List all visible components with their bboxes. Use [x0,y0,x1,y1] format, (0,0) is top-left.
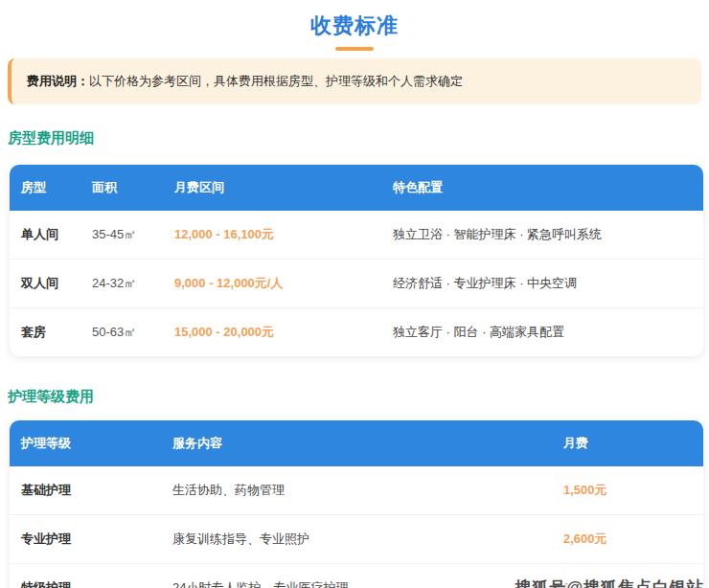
room-table-col-price: 月费区间 [174,179,393,196]
room-features: 独立卫浴 · 智能护理床 · 紧急呼叫系统 [393,226,703,243]
room-price: 12,000 - 16,100元 [174,226,393,243]
care-fee-table: 护理等级 服务内容 月费 基础护理 生活协助、药物管理 1,500元 专业护理 … [10,420,703,588]
title-underline [335,47,374,51]
sohu-watermark: 搜狐号@搜狐焦点白银站 [515,577,704,588]
room-table-col-area: 面积 [92,179,174,196]
care-section-heading: 护理等级费用 [8,388,709,406]
fee-notice-label: 费用说明： [27,74,89,88]
care-table-col-level: 护理等级 [21,435,172,452]
room-type: 双人间 [21,275,92,292]
fee-standards-page: 收费标准 费用说明：以下价格为参考区间，具体费用根据房型、护理等级和个人需求确定… [0,11,709,588]
room-table-col-type: 房型 [21,179,92,196]
page-title: 收费标准 [0,11,709,40]
room-price: 9,000 - 12,000元/人 [174,275,393,292]
room-area: 50-63㎡ [92,324,174,341]
table-row: 基础护理 生活协助、药物管理 1,500元 [10,466,703,514]
table-row: 双人间 24-32㎡ 9,000 - 12,000元/人 经济舒适 · 专业护理… [10,259,703,307]
room-table-col-features: 特色配置 [393,179,703,196]
care-level: 特级护理 [21,579,172,588]
care-level: 基础护理 [21,482,172,499]
care-price: 2,600元 [563,531,703,548]
room-area: 35-45㎡ [92,226,174,243]
table-row: 套房 50-63㎡ 15,000 - 20,000元 独立客厅 · 阳台 · 高… [10,307,703,356]
room-table-header-row: 房型 面积 月费区间 特色配置 [10,165,703,211]
care-table-col-service: 服务内容 [172,435,563,452]
care-service: 24小时专人监护、专业医疗护理 [172,579,563,588]
room-features: 经济舒适 · 专业护理床 · 中央空调 [393,275,703,292]
fee-notice-text: 以下价格为参考区间，具体费用根据房型、护理等级和个人需求确定 [89,74,463,88]
table-row: 专业护理 康复训练指导、专业照护 2,600元 [10,514,703,563]
care-table-col-price: 月费 [563,435,703,452]
fee-notice-box: 费用说明：以下价格为参考区间，具体费用根据房型、护理等级和个人需求确定 [8,58,701,104]
table-row: 单人间 35-45㎡ 12,000 - 16,100元 独立卫浴 · 智能护理床… [10,211,703,259]
room-fee-table: 房型 面积 月费区间 特色配置 单人间 35-45㎡ 12,000 - 16,1… [10,165,703,356]
room-features: 独立客厅 · 阳台 · 高端家具配置 [393,324,703,341]
room-section-heading: 房型费用明细 [8,129,709,147]
room-area: 24-32㎡ [92,275,174,292]
care-price: 1,500元 [563,482,703,499]
care-service: 康复训练指导、专业照护 [172,531,563,548]
room-type: 单人间 [21,226,92,243]
room-type: 套房 [21,324,92,341]
room-price: 15,000 - 20,000元 [174,324,393,341]
care-level: 专业护理 [21,531,172,548]
care-service: 生活协助、药物管理 [172,482,563,499]
care-table-header-row: 护理等级 服务内容 月费 [10,420,703,466]
